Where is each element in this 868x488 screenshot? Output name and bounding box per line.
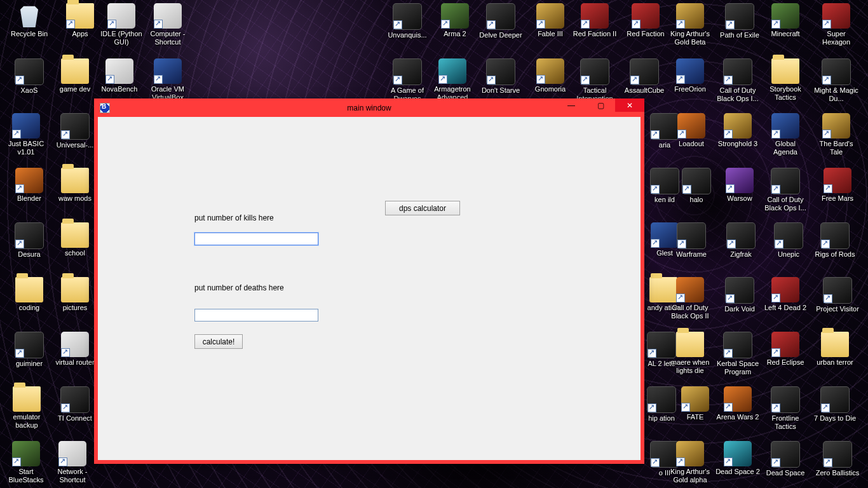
desktop-icon[interactable]: guiminer (6, 332, 52, 368)
desktop-icon[interactable]: Rigs of Rods (812, 222, 858, 259)
app-icon (725, 3, 754, 30)
desktop-icon[interactable]: TI Connect (52, 386, 98, 423)
desktop-icon-label: halo (674, 196, 719, 204)
desktop-icon[interactable]: Computer - Shortcut (145, 3, 191, 46)
desktop-icon[interactable]: emulator backup (4, 386, 50, 430)
desktop-icon[interactable]: Dead Space (763, 441, 808, 477)
desktop-icon[interactable]: school (52, 222, 98, 257)
desktop-icon[interactable]: Call of Duty Black Ops I... (763, 168, 808, 212)
desktop-icon[interactable]: Might & Magic Du... (813, 58, 859, 103)
kills-input[interactable] (194, 233, 318, 245)
app-icon (724, 441, 752, 466)
desktop-icon[interactable]: pictures (52, 277, 98, 312)
desktop-icon-label: Call of Duty Black Ops II (667, 304, 713, 320)
desktop-icon[interactable]: Desura (6, 222, 52, 259)
desktop-icon[interactable]: Dead Space 2 (715, 441, 761, 476)
desktop-icon[interactable]: Universal-... (52, 113, 98, 149)
desktop-icon[interactable]: maere when lights die (667, 332, 713, 375)
desktop-icon-label: Warframe (668, 250, 714, 259)
desktop-icon[interactable]: Arma 2 (432, 3, 478, 38)
desktop-icon[interactable]: Arena Wars 2 (715, 386, 761, 421)
shortcut-overlay-icon (822, 76, 831, 85)
app-icon (677, 222, 706, 249)
shortcut-overlay-icon (12, 458, 21, 466)
desktop-icon[interactable]: Apps (57, 3, 103, 38)
desktop-icon[interactable]: Start BlueStacks (3, 441, 49, 484)
deaths-input[interactable] (194, 309, 318, 322)
close-button[interactable]: ✕ (615, 98, 644, 112)
desktop-icon[interactable]: Red Faction (623, 3, 668, 38)
titlebar[interactable]: main window — ▢ ✕ (94, 98, 644, 117)
desktop-icon[interactable]: IDLE (Python GUI) (98, 3, 144, 46)
desktop-icon[interactable]: Gnomoria (527, 58, 573, 93)
desktop-icon[interactable]: A Game of Dwarves (384, 58, 430, 103)
desktop-icon[interactable]: Unvanquis... (384, 3, 430, 39)
desktop-icon[interactable]: Delve Deeper (478, 3, 524, 39)
desktop-icon[interactable]: Warframe (668, 222, 714, 259)
maximize-button[interactable]: ▢ (586, 98, 615, 112)
desktop-icon[interactable]: Storybook Tactics (763, 58, 808, 102)
desktop-icon[interactable]: The Bard's Tale (813, 113, 859, 156)
app-icon (824, 168, 851, 193)
desktop-icon[interactable]: Fable III (527, 3, 573, 38)
desktop-icon[interactable]: urban terror (812, 332, 858, 367)
desktop-icon[interactable]: Free Mars (815, 168, 860, 203)
app-icon (438, 58, 466, 84)
desktop-icon-label: Don't Starve (478, 86, 524, 95)
desktop-icon[interactable]: Zero Ballistics (815, 441, 860, 477)
desktop-icon[interactable]: XaoS (6, 58, 52, 95)
desktop-icon[interactable]: Call of Duty Black Ops I... (715, 58, 761, 103)
desktop-icon[interactable]: Kerbal Space Program (715, 332, 761, 376)
desktop-icon[interactable]: Global Agenda (763, 113, 808, 156)
desktop-icon[interactable]: Project Visitor (815, 277, 860, 313)
desktop-icon[interactable]: Zigfrak (718, 222, 764, 259)
desktop-icon[interactable]: halo (674, 168, 719, 204)
calculate-button[interactable]: calculate! (194, 334, 243, 349)
desktop-icon-label: Warsow (717, 194, 763, 203)
desktop-icon[interactable]: game dev (52, 58, 98, 93)
desktop-icon[interactable]: Blender (6, 168, 52, 203)
desktop-icon[interactable]: Recycle Bin (6, 3, 52, 38)
desktop-icon[interactable]: Path of Exile (717, 3, 763, 39)
desktop-icon[interactable]: Super Hexagon (813, 3, 859, 46)
desktop-icon-label: IDLE (Python GUI) (98, 30, 144, 46)
desktop-icon[interactable]: Tactical Intervention (572, 58, 618, 103)
desktop[interactable]: Recycle BinAppsIDLE (Python GUI)Computer… (0, 0, 868, 488)
desktop-icon[interactable]: Minecraft (763, 3, 808, 38)
app-icon (58, 441, 86, 466)
desktop-icon[interactable]: Red Faction II (572, 3, 618, 38)
desktop-icon[interactable]: Frontline Tactics (763, 386, 808, 431)
desktop-icon[interactable]: King Arthur's Gold alpha (667, 441, 713, 484)
desktop-icon[interactable]: Oracle VM VirtualBox (145, 58, 191, 102)
desktop-icon[interactable]: FATE (672, 386, 718, 421)
main-window: main window — ▢ ✕ put number of kills he… (94, 98, 644, 464)
app-icon (820, 222, 850, 249)
desktop-icon[interactable]: Call of Duty Black Ops II (667, 277, 713, 320)
desktop-icon[interactable]: Loadout (668, 113, 714, 148)
desktop-icon[interactable]: FreeOrion (667, 58, 713, 93)
desktop-icon[interactable]: King Arthur's Gold Beta (667, 3, 713, 46)
desktop-icon[interactable]: Warsow (717, 168, 763, 203)
desktop-icon[interactable]: Unepic (766, 222, 811, 259)
shortcut-overlay-icon (581, 20, 590, 29)
desktop-icon[interactable]: NovaBench (97, 58, 142, 93)
desktop-icon[interactable]: 7 Days to Die (812, 386, 858, 423)
dps-calculator-button[interactable]: dps calculator (385, 201, 460, 215)
desktop-icon[interactable]: AssaultCube (621, 58, 667, 95)
shortcut-overlay-icon (581, 76, 590, 85)
desktop-icon[interactable]: virtual router (52, 332, 98, 367)
desktop-icon[interactable]: Stronghold 3 (715, 113, 761, 148)
app-icon (60, 386, 90, 413)
desktop-icon[interactable]: Just BASIC v1.01 (3, 113, 49, 156)
shortcut-overlay-icon (15, 349, 24, 358)
minimize-button[interactable]: — (557, 98, 586, 112)
desktop-icon[interactable]: Left 4 Dead 2 (763, 277, 808, 312)
desktop-icon[interactable]: Armagetron Advanced (430, 58, 475, 102)
desktop-icon[interactable]: waw mods (52, 168, 98, 203)
app-icon (107, 3, 135, 29)
desktop-icon[interactable]: coding (6, 277, 52, 312)
desktop-icon[interactable]: Network - Shortcut (50, 441, 95, 484)
desktop-icon[interactable]: Don't Starve (478, 58, 524, 95)
desktop-icon[interactable]: Red Eclipse (763, 332, 808, 367)
desktop-icon[interactable]: Dark Void (717, 277, 763, 313)
